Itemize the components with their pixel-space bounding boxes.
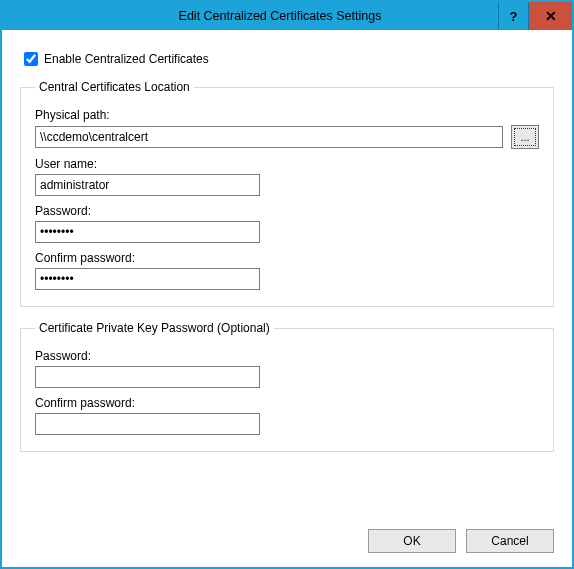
confirm-password-label: Confirm password:: [35, 251, 539, 265]
physical-path-input[interactable]: [35, 126, 503, 148]
enable-centralized-row[interactable]: Enable Centralized Certificates: [24, 52, 554, 66]
pk-password-input[interactable]: [35, 366, 260, 388]
central-location-legend: Central Certificates Location: [35, 80, 194, 94]
window-title: Edit Centralized Certificates Settings: [2, 2, 498, 30]
physical-path-row: ...: [35, 125, 539, 149]
physical-path-label: Physical path:: [35, 108, 539, 122]
username-label: User name:: [35, 157, 539, 171]
password-label: Password:: [35, 204, 539, 218]
help-button[interactable]: ?: [498, 2, 528, 30]
titlebar: Edit Centralized Certificates Settings ?…: [2, 2, 572, 30]
private-key-legend: Certificate Private Key Password (Option…: [35, 321, 274, 335]
dialog-window: Edit Centralized Certificates Settings ?…: [0, 0, 574, 569]
ok-button[interactable]: OK: [368, 529, 456, 553]
dialog-content: Enable Centralized Certificates Central …: [2, 30, 572, 567]
enable-centralized-checkbox[interactable]: [24, 52, 38, 66]
central-location-group: Central Certificates Location Physical p…: [20, 80, 554, 307]
close-button[interactable]: ✕: [528, 2, 572, 30]
username-input[interactable]: [35, 174, 260, 196]
dialog-footer: OK Cancel: [20, 519, 554, 553]
private-key-group: Certificate Private Key Password (Option…: [20, 321, 554, 452]
browse-button[interactable]: ...: [511, 125, 539, 149]
cancel-button[interactable]: Cancel: [466, 529, 554, 553]
pk-password-label: Password:: [35, 349, 539, 363]
enable-centralized-label: Enable Centralized Certificates: [44, 52, 209, 66]
pk-confirm-input[interactable]: [35, 413, 260, 435]
confirm-password-input[interactable]: [35, 268, 260, 290]
pk-confirm-label: Confirm password:: [35, 396, 539, 410]
password-input[interactable]: [35, 221, 260, 243]
